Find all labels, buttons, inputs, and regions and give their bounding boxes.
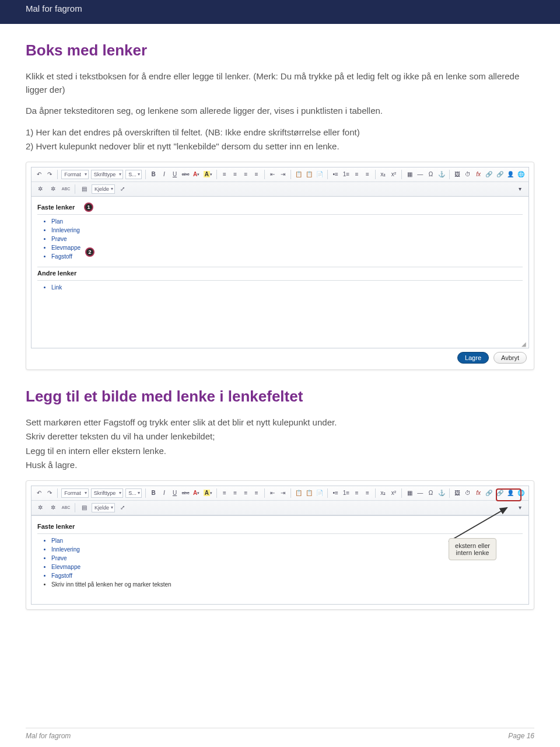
paste3-icon[interactable]: 📄: [316, 488, 324, 498]
outdent-icon[interactable]: ⇤: [268, 488, 276, 498]
fx-icon[interactable]: fx: [474, 169, 482, 180]
redo-icon[interactable]: ↷: [46, 488, 54, 498]
alignleft-icon[interactable]: ≡: [220, 169, 229, 180]
abc-icon[interactable]: ABC: [61, 184, 71, 194]
sup-icon[interactable]: x²: [390, 169, 398, 180]
ul-icon[interactable]: •≡: [331, 169, 340, 180]
list-item[interactable]: Elevmappe: [51, 243, 523, 252]
list-item[interactable]: Fagstoff: [51, 252, 523, 261]
link2-icon[interactable]: 🔗: [495, 169, 503, 180]
paste2-icon[interactable]: 📋: [305, 169, 313, 180]
bgcolor-icon[interactable]: A▾: [203, 169, 213, 180]
clock-icon[interactable]: ⏱: [464, 488, 472, 498]
editor-body-1[interactable]: Faste lenker 1 Plan Innlevering Prøve El…: [31, 197, 529, 348]
spell2-icon[interactable]: ✲: [48, 502, 58, 513]
indent-icon[interactable]: ⇥: [279, 488, 287, 498]
more-icon[interactable]: ▾: [514, 502, 525, 513]
italic-icon[interactable]: I: [160, 488, 168, 498]
table-icon[interactable]: ▦: [405, 488, 414, 498]
paste2-icon[interactable]: 📋: [305, 488, 313, 498]
spell1-icon[interactable]: ✲: [35, 502, 46, 513]
more-icon[interactable]: ▾: [514, 184, 525, 194]
save-button[interactable]: Lagre: [457, 352, 489, 364]
spell2-icon[interactable]: ✲: [48, 184, 58, 194]
abc-icon[interactable]: ABC: [61, 502, 71, 513]
list-item[interactable]: Link: [51, 283, 523, 292]
list-item[interactable]: Fagstoff: [51, 571, 523, 580]
user-icon[interactable]: 👤: [506, 169, 514, 180]
expand-icon[interactable]: ⤢: [117, 184, 128, 194]
list3-icon[interactable]: ≡: [363, 169, 372, 180]
cancel-button[interactable]: Avbryt: [494, 352, 527, 364]
paste1-icon[interactable]: 📋: [295, 169, 303, 180]
link2-icon[interactable]: 🔗: [495, 488, 503, 498]
globe-icon[interactable]: 🌐: [517, 169, 525, 180]
ol-icon[interactable]: 1≡: [342, 169, 350, 180]
spell1-icon[interactable]: ✲: [35, 184, 46, 194]
list2-icon[interactable]: ≡: [352, 169, 360, 180]
list-item-new[interactable]: Skriv inn tittel på lenken her og marker…: [51, 580, 523, 589]
size-select[interactable]: S...: [125, 488, 142, 498]
alignjustify-icon[interactable]: ≡: [252, 488, 260, 498]
anchor-icon[interactable]: ⚓: [438, 169, 446, 180]
kjelde-select[interactable]: Kjelde: [92, 184, 115, 194]
alignright-icon[interactable]: ≡: [242, 488, 250, 498]
image-icon[interactable]: 🖼: [453, 488, 461, 498]
link-icon[interactable]: 🔗: [485, 169, 493, 180]
aligncenter-icon[interactable]: ≡: [231, 488, 239, 498]
fonttype-select[interactable]: Skrifttype: [91, 488, 124, 498]
undo-icon[interactable]: ↶: [35, 169, 43, 180]
hr-icon[interactable]: —: [416, 488, 424, 498]
textcolor-icon[interactable]: A▾: [192, 169, 201, 180]
anchor-icon[interactable]: ⚓: [438, 488, 446, 498]
bold-icon[interactable]: B: [149, 488, 158, 498]
expand-icon[interactable]: ⤢: [117, 502, 128, 513]
list3-icon[interactable]: ≡: [363, 488, 372, 498]
code-icon[interactable]: ▤: [79, 184, 89, 194]
hr-icon[interactable]: —: [416, 169, 424, 180]
editor-body-2[interactable]: Faste lenker Plan Innlevering Prøve Elev…: [31, 516, 529, 605]
fonttype-select[interactable]: Skrifttype: [91, 170, 124, 179]
clock-icon[interactable]: ⏱: [464, 169, 472, 180]
alignright-icon[interactable]: ≡: [242, 169, 250, 180]
size-select[interactable]: S...: [125, 170, 142, 179]
paste3-icon[interactable]: 📄: [316, 169, 324, 180]
italic-icon[interactable]: I: [160, 169, 168, 180]
omega-icon[interactable]: Ω: [426, 488, 435, 498]
omega-icon[interactable]: Ω: [426, 169, 435, 180]
fx-icon[interactable]: fx: [474, 488, 482, 498]
underline-icon[interactable]: U: [170, 488, 178, 498]
external-link-icon[interactable]: 🌐: [517, 488, 525, 498]
link-icon[interactable]: 🔗: [485, 488, 493, 498]
list-item[interactable]: Elevmappe: [51, 563, 523, 571]
table-icon[interactable]: ▦: [405, 169, 414, 180]
indent-icon[interactable]: ⇥: [279, 169, 287, 180]
bgcolor-icon[interactable]: A▾: [203, 488, 213, 498]
sub-icon[interactable]: x₂: [379, 488, 387, 498]
list2-icon[interactable]: ≡: [352, 488, 360, 498]
user-link-icon[interactable]: 👤: [506, 488, 514, 498]
undo-icon[interactable]: ↶: [35, 488, 43, 498]
image-icon[interactable]: 🖼: [453, 169, 461, 180]
textcolor-icon[interactable]: A▾: [192, 488, 201, 498]
format-select[interactable]: Format: [61, 488, 89, 498]
ol-icon[interactable]: 1≡: [342, 488, 350, 498]
kjelde-select[interactable]: Kjelde: [92, 503, 115, 512]
code-icon[interactable]: ▤: [79, 502, 89, 513]
underline-icon[interactable]: U: [170, 169, 178, 180]
sup-icon[interactable]: x²: [390, 488, 398, 498]
strike-icon[interactable]: abc: [181, 169, 190, 180]
outdent-icon[interactable]: ⇤: [268, 169, 276, 180]
format-select[interactable]: Format: [61, 170, 89, 179]
list-item[interactable]: Plan: [51, 217, 523, 226]
alignjustify-icon[interactable]: ≡: [252, 169, 260, 180]
sub-icon[interactable]: x₂: [379, 169, 387, 180]
strike-icon[interactable]: abc: [181, 488, 190, 498]
aligncenter-icon[interactable]: ≡: [231, 169, 239, 180]
ul-icon[interactable]: •≡: [331, 488, 340, 498]
bold-icon[interactable]: B: [149, 169, 158, 180]
alignleft-icon[interactable]: ≡: [220, 488, 229, 498]
list-item[interactable]: Prøve: [51, 235, 523, 243]
paste1-icon[interactable]: 📋: [295, 488, 303, 498]
resize-handle-icon[interactable]: ◢: [522, 341, 527, 347]
